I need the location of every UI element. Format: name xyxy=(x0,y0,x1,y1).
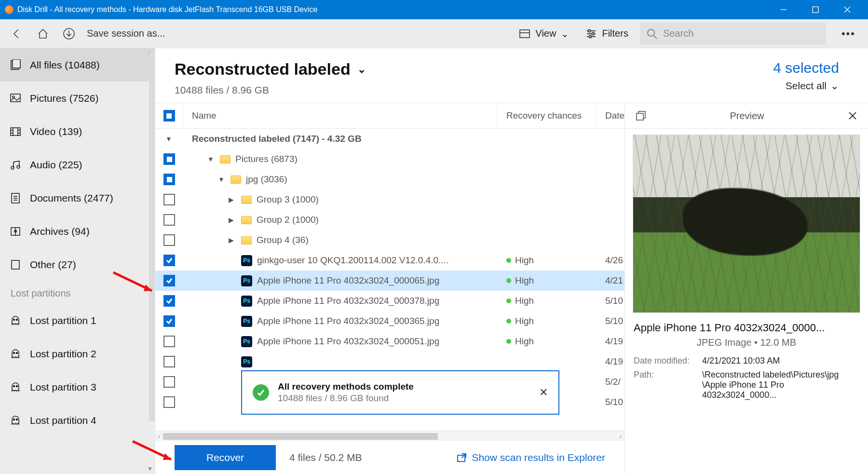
sidebar-item-partition-3[interactable]: Lost partition 3 xyxy=(0,370,155,404)
svg-point-13 xyxy=(589,35,592,38)
sidebar-item-pictures[interactable]: Pictures (7526) xyxy=(0,81,155,115)
expand-icon[interactable] xyxy=(229,216,236,224)
file-row[interactable]: Ps 4/19 xyxy=(155,352,624,372)
ps-icon: Ps xyxy=(241,255,252,266)
group-row[interactable]: Reconstructed labeled (7147) - 4.32 GB xyxy=(155,129,624,149)
close-button[interactable] xyxy=(831,0,863,19)
checkbox[interactable] xyxy=(163,396,175,408)
ghost-icon xyxy=(10,415,21,426)
view-label: View xyxy=(535,28,556,39)
column-name[interactable]: Name xyxy=(183,103,498,128)
expand-icon[interactable] xyxy=(207,155,215,163)
svg-rect-18 xyxy=(11,94,20,102)
video-icon xyxy=(10,126,21,137)
toast-close-button[interactable]: ✕ xyxy=(539,386,548,399)
svg-marker-52 xyxy=(144,284,152,291)
other-icon xyxy=(10,259,21,271)
horizontal-scrollbar[interactable]: ‹› xyxy=(155,431,624,441)
sidebar-item-video[interactable]: Video (139) xyxy=(0,115,155,148)
group-row[interactable]: Group 4 (36) xyxy=(155,230,624,250)
maximize-button[interactable] xyxy=(800,0,831,19)
column-recovery[interactable]: Recovery chances xyxy=(498,103,597,128)
home-button[interactable] xyxy=(30,21,56,47)
checkbox[interactable] xyxy=(163,214,175,226)
svg-point-43 xyxy=(14,419,15,420)
chevron-down-icon: ⌄ xyxy=(830,80,839,92)
checkbox[interactable] xyxy=(163,376,175,388)
documents-icon xyxy=(10,192,21,204)
meta-val-date: 4/21/2021 10:03 AM xyxy=(702,356,859,366)
sidebar-item-label: Lost partition 1 xyxy=(30,315,96,326)
copy-icon[interactable] xyxy=(636,110,646,121)
recover-button[interactable]: Recover xyxy=(175,445,276,470)
group-row[interactable]: jpg (3036) xyxy=(155,169,624,190)
select-all-dropdown[interactable]: Select all ⌄ xyxy=(773,80,839,92)
sidebar-item-partition-1[interactable]: Lost partition 1 xyxy=(0,304,155,337)
folder-icon xyxy=(231,176,241,184)
search-input[interactable]: Search xyxy=(640,23,826,45)
back-button[interactable] xyxy=(4,21,30,47)
page-title[interactable]: Reconstructed labeled ⌄ xyxy=(175,60,366,79)
sidebar-item-label: Pictures (7526) xyxy=(30,93,98,104)
svg-point-12 xyxy=(592,32,595,35)
filters-button[interactable]: Filters xyxy=(581,28,633,39)
file-row[interactable]: Psginkgo-user 10 QKQ1.200114.002 V12.0.4… xyxy=(155,250,624,271)
close-icon[interactable] xyxy=(848,111,857,121)
toast-title: All recovery methods complete xyxy=(278,381,414,392)
download-icon[interactable] xyxy=(56,21,82,47)
file-row[interactable]: PsApple iPhone 11 Pro 4032x3024_000365.j… xyxy=(155,311,624,331)
selected-count: 4 selected xyxy=(773,60,839,76)
checkbox[interactable] xyxy=(163,174,175,185)
expand-icon[interactable] xyxy=(229,196,236,203)
view-dropdown[interactable]: View ⌄ xyxy=(514,28,574,40)
meta-key-date: Date modified: xyxy=(634,356,702,366)
chevron-down-icon: ⌄ xyxy=(357,63,366,76)
group-row[interactable]: Pictures (6873) xyxy=(155,149,624,169)
sidebar-item-label: Documents (2477) xyxy=(30,192,113,204)
group-row[interactable]: Group 2 (1000) xyxy=(155,210,624,230)
file-row[interactable]: PsApple iPhone 11 Pro 4032x3024_000051.j… xyxy=(155,331,624,352)
checkbox[interactable] xyxy=(163,153,175,165)
expand-icon[interactable] xyxy=(165,135,173,143)
ghost-icon xyxy=(10,348,21,360)
file-row[interactable]: PsApple iPhone 11 Pro 4032x3024_000065.j… xyxy=(155,271,624,291)
group-row[interactable]: Group 3 (1000) xyxy=(155,190,624,210)
sidebar-item-documents[interactable]: Documents (2477) xyxy=(0,181,155,215)
sidebar-item-partition-4[interactable]: Lost partition 4 xyxy=(0,404,155,437)
ps-icon: Ps xyxy=(241,336,252,347)
checkbox[interactable] xyxy=(163,194,175,205)
checkbox[interactable] xyxy=(163,336,175,347)
check-icon xyxy=(253,384,269,401)
svg-rect-17 xyxy=(13,59,20,68)
svg-rect-1 xyxy=(813,7,818,13)
checkbox[interactable] xyxy=(163,315,175,327)
sidebar-item-audio[interactable]: Audio (225) xyxy=(0,148,155,181)
checkbox[interactable] xyxy=(163,295,175,307)
svg-point-40 xyxy=(16,352,18,353)
select-all-checkbox[interactable] xyxy=(163,110,175,122)
checkbox[interactable] xyxy=(163,356,175,367)
more-menu-button[interactable]: ••• xyxy=(833,27,864,40)
show-in-explorer-link[interactable]: Show scan results in Explorer xyxy=(456,452,605,463)
chevron-down-icon: ⌄ xyxy=(561,28,569,40)
checkbox[interactable] xyxy=(163,255,175,266)
checkbox[interactable] xyxy=(163,275,175,286)
toolbar: Save session as... View ⌄ Filters Search… xyxy=(0,19,868,48)
sidebar-item-partition-2[interactable]: Lost partition 2 xyxy=(0,337,155,370)
save-session-button[interactable]: Save session as... xyxy=(87,28,165,39)
header-subtitle: 10488 files / 8.96 GB xyxy=(175,84,366,96)
minimize-button[interactable] xyxy=(768,0,800,19)
ps-icon: Ps xyxy=(241,316,252,327)
sidebar-item-all-files[interactable]: All files (10488) xyxy=(0,48,155,81)
table-header: Name Recovery chances Date xyxy=(155,103,624,129)
expand-icon[interactable] xyxy=(229,236,236,244)
sidebar: ▲ All files (10488) Pictures (7526) Vide… xyxy=(0,48,155,474)
sidebar-item-label: Lost partition 4 xyxy=(30,415,96,426)
sidebar-item-label: Archives (94) xyxy=(30,226,90,237)
expand-icon[interactable] xyxy=(218,176,226,183)
column-date[interactable]: Date xyxy=(597,103,624,128)
checkbox[interactable] xyxy=(163,234,175,246)
sidebar-item-archives[interactable]: Archives (94) xyxy=(0,215,155,248)
file-row[interactable]: PsApple iPhone 11 Pro 4032x3024_000378.j… xyxy=(155,291,624,311)
annotation-arrow xyxy=(130,439,183,470)
